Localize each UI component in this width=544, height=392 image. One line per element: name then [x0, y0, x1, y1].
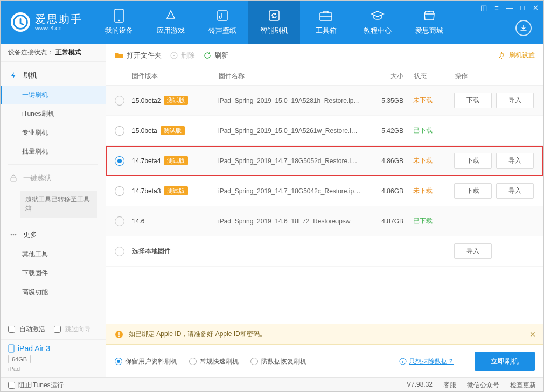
row-version: 15.0beta2测试版 — [132, 96, 214, 105]
row-filename: iPad_Spring_2019_15.0_19A5281h_Restore.i… — [214, 97, 369, 104]
close-button[interactable]: ✕ — [532, 4, 539, 12]
table-row[interactable]: 14.7beta3测试版iPad_Spring_2019_14.7_18G504… — [106, 176, 543, 206]
sidebar-item-download[interactable]: 下载固件 — [1, 264, 106, 283]
flash-now-button[interactable]: 立即刷机 — [475, 352, 535, 371]
graduation-icon — [371, 9, 385, 23]
svg-rect-4 — [218, 11, 227, 20]
brand-url: www.i4.cn — [35, 25, 82, 31]
check-update-link[interactable]: 检查更新 — [510, 381, 536, 390]
skip-guide-checkbox[interactable] — [54, 326, 61, 333]
flash-settings-button[interactable]: 刷机设置 — [498, 51, 535, 60]
svg-rect-8 — [11, 178, 16, 181]
mode-keep-data[interactable]: 保留用户资料刷机 — [115, 357, 177, 366]
col-ops: 操作 — [447, 72, 535, 81]
nav-ringtones[interactable]: 铃声壁纸 — [197, 1, 248, 44]
erase-data-link[interactable]: 只想抹除数据？ — [399, 357, 454, 366]
svg-point-16 — [118, 335, 120, 337]
refresh-icon — [204, 52, 211, 59]
row-filename: iPad_Spring_2019_14.7_18G5052d_Restore.i… — [214, 157, 369, 165]
main-area: 设备连接状态：正常模式 刷机 一键刷机 iTunes刷机 专业刷机 批量刷机 一… — [1, 44, 543, 377]
mode-normal[interactable]: 常规快速刷机 — [189, 357, 239, 366]
sidebar-item-batch[interactable]: 批量刷机 — [1, 142, 106, 161]
more-icon — [9, 230, 18, 239]
row-radio[interactable] — [115, 216, 124, 226]
row-version: 选择本地固件 — [132, 247, 214, 256]
row-radio[interactable] — [115, 186, 124, 196]
nav-store[interactable]: 爱思商城 — [403, 1, 455, 44]
nav-toolbox[interactable]: 工具箱 — [300, 1, 352, 44]
row-radio[interactable] — [115, 156, 124, 166]
wechat-link[interactable]: 微信公众号 — [467, 381, 499, 390]
row-size: 4.87GB — [369, 218, 408, 225]
support-link[interactable]: 客服 — [443, 381, 456, 390]
row-action-button[interactable]: 导入 — [496, 153, 534, 169]
sidebar-head-jailbreak[interactable]: 一键越狱 — [1, 168, 106, 188]
row-action-button[interactable]: 下载 — [454, 183, 492, 199]
shirt-icon[interactable]: ◫ — [480, 4, 487, 12]
row-radio[interactable] — [115, 96, 124, 106]
logo-icon — [10, 12, 31, 32]
open-folder-button[interactable]: 打开文件夹 — [115, 51, 162, 60]
table-row[interactable]: 选择本地固件导入 — [106, 236, 543, 267]
table-row[interactable]: 15.0beta测试版iPad_Spring_2019_15.0_19A5261… — [106, 116, 543, 146]
nav-my-device[interactable]: 我的设备 — [93, 1, 145, 44]
svg-point-3 — [118, 20, 120, 21]
jailbreak-note: 越狱工具已转移至工具箱 — [20, 191, 97, 218]
table-row[interactable]: 15.0beta2测试版iPad_Spring_2019_15.0_19A528… — [106, 86, 543, 116]
row-radio[interactable] — [115, 126, 124, 136]
row-version: 15.0beta测试版 — [132, 126, 214, 135]
svg-rect-6 — [320, 13, 332, 20]
tablet-icon — [8, 344, 15, 353]
svg-rect-5 — [269, 11, 279, 20]
row-action-button[interactable]: 导入 — [496, 183, 534, 199]
delete-icon — [170, 52, 178, 59]
sidebar: 设备连接状态：正常模式 刷机 一键刷机 iTunes刷机 专业刷机 批量刷机 一… — [1, 44, 106, 377]
sidebar-head-flash[interactable]: 刷机 — [1, 65, 106, 86]
flash-options: 保留用户资料刷机 常规快速刷机 防数据恢复刷机 只想抹除数据？ 立即刷机 — [106, 345, 543, 377]
row-status: 已下载 — [408, 126, 447, 135]
row-action-button[interactable]: 导入 — [496, 93, 534, 108]
content: 打开文件夹 删除 刷新 刷机设置 固件版本 固件名称 大小 状态 操作 15.0… — [106, 44, 543, 377]
col-version: 固件版本 — [132, 72, 214, 81]
row-status: 未下载 — [408, 96, 447, 105]
warning-close-button[interactable]: ✕ — [529, 330, 536, 339]
row-radio[interactable] — [115, 247, 124, 256]
nav-apps[interactable]: 应用游戏 — [145, 1, 197, 44]
warning-text: 如已绑定 Apple ID，请准备好 Apple ID和密码。 — [129, 330, 266, 339]
nav-flash[interactable]: 智能刷机 — [248, 1, 300, 44]
nav-tutorials[interactable]: 教程中心 — [352, 1, 403, 44]
svg-rect-12 — [9, 345, 14, 352]
col-name: 固件名称 — [214, 72, 369, 81]
sidebar-item-itunes[interactable]: iTunes刷机 — [1, 104, 106, 123]
auto-activate-checkbox[interactable] — [8, 326, 15, 333]
row-status: 未下载 — [408, 186, 447, 195]
sidebar-item-other[interactable]: 其他工具 — [1, 245, 106, 264]
table-row[interactable]: 14.6iPad_Spring_2019_14.6_18F72_Restore.… — [106, 206, 543, 236]
info-icon — [399, 358, 407, 365]
row-action-button[interactable]: 下载 — [454, 93, 492, 108]
firmware-list: 15.0beta2测试版iPad_Spring_2019_15.0_19A528… — [106, 86, 543, 324]
refresh-button[interactable]: 刷新 — [204, 51, 228, 60]
delete-button[interactable]: 删除 — [170, 51, 195, 60]
sidebar-head-more[interactable]: 更多 — [1, 225, 106, 245]
row-filename: iPad_Spring_2019_14.7_18G5042c_Restore.i… — [214, 187, 369, 195]
row-size: 5.35GB — [369, 97, 408, 104]
mode-anti-recovery[interactable]: 防数据恢复刷机 — [250, 357, 306, 366]
svg-rect-7 — [428, 11, 430, 12]
version-label: V7.98.32 — [407, 381, 433, 390]
sidebar-item-pro[interactable]: 专业刷机 — [1, 123, 106, 142]
minimize-button[interactable]: — — [506, 4, 513, 12]
row-action-button[interactable]: 导入 — [454, 243, 492, 259]
block-itunes-checkbox[interactable] — [8, 382, 15, 389]
sidebar-item-oneclick[interactable]: 一键刷机 — [1, 86, 106, 104]
device-name: iPad Air 3 — [8, 344, 98, 353]
store-icon — [423, 9, 436, 23]
row-filename: iPad_Spring_2019_15.0_19A5261w_Restore.i… — [214, 127, 369, 135]
menu-icon[interactable]: ≡ — [493, 4, 500, 12]
download-indicator[interactable] — [515, 20, 532, 36]
table-row[interactable]: 14.7beta4测试版iPad_Spring_2019_14.7_18G505… — [106, 146, 543, 176]
row-action-button[interactable]: 下载 — [454, 153, 492, 169]
device-storage: 64GB — [8, 355, 31, 363]
maximize-button[interactable]: □ — [519, 4, 526, 12]
sidebar-item-advanced[interactable]: 高级功能 — [1, 283, 106, 302]
